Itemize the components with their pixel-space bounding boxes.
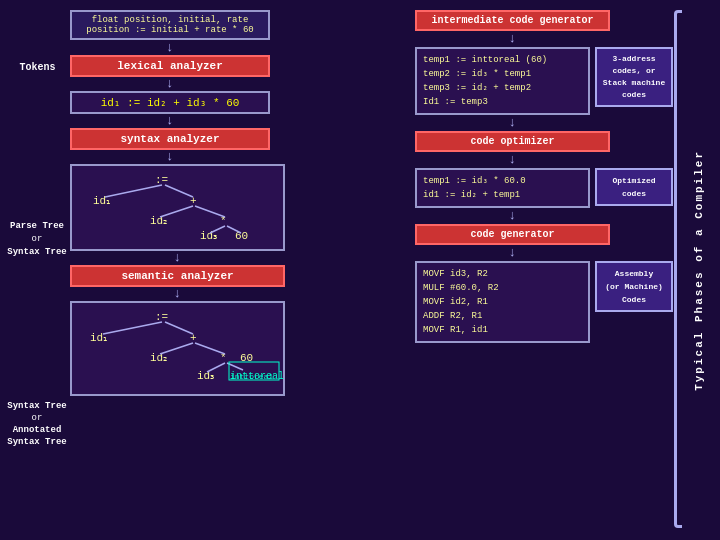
typical-phases-label: Typical Phases of a Compiler: [693, 150, 705, 391]
arrow6: ↓: [70, 289, 285, 299]
optimized-label-box: Optimized codes: [595, 168, 673, 206]
asm-label-l3: Codes: [601, 293, 667, 306]
opt-line1: temp1 := id₃ * 60.0: [423, 174, 582, 188]
arrow1: ↓: [70, 43, 270, 53]
opt-line2: id1 := id₂ + temp1: [423, 188, 582, 202]
arrow4: ↓: [70, 152, 270, 162]
asm-line5: MOVF R1, id1: [423, 323, 582, 337]
main-container: Tokens float position, initial, rate pos…: [0, 0, 720, 540]
annotated-tree-diagram: := id₁ + id₂ * id₃ inttoreal 60 inttorea…: [70, 301, 285, 396]
source-code-box: float position, initial, rate position :…: [70, 10, 270, 40]
annotated-syntax-tree-label: Syntax Tree or Annotated Syntax Tree: [7, 400, 67, 448]
ic-line2: temp2 := id₃ * temp1: [423, 67, 582, 81]
asm-line3: MOVF id2, R1: [423, 295, 582, 309]
arrow-r5: ↓: [415, 248, 610, 258]
lexical-analyzer-box: lexical analyzer: [70, 55, 270, 77]
asm-label-l1: Assembly: [601, 267, 667, 280]
svg-text:id₂: id₂: [150, 352, 167, 364]
assembly-label-box: Assembly (or Machine) Codes: [595, 261, 673, 312]
svg-text::=: :=: [155, 174, 168, 186]
svg-line-9: [160, 206, 193, 217]
arrow3: ↓: [70, 116, 270, 126]
svg-line-25: [195, 343, 225, 354]
tokens-label: Tokens: [10, 62, 65, 73]
out-3addr-l2: codes, or: [601, 65, 667, 77]
optimized-code-row: temp1 := id₃ * 60.0 id1 := id₂ + temp1 O…: [415, 168, 680, 208]
svg-line-26: [207, 363, 225, 372]
asm-line4: ADDF R2, R1: [423, 309, 582, 323]
optimized-code-box: temp1 := id₃ * 60.0 id1 := id₂ + temp1: [415, 168, 590, 208]
svg-text:id₃: id₃: [197, 370, 214, 382]
out-3addr-l4: codes: [601, 89, 667, 101]
right-panel: intermediate code generator ↓ temp1 := i…: [415, 10, 680, 346]
svg-line-7: [105, 185, 162, 197]
assembly-code-row: MOVF id3, R2 MULF #60.0, R2 MOVF id2, R1…: [415, 261, 680, 343]
asm-line1: MOVF id3, R2: [423, 267, 582, 281]
svg-text::=: :=: [155, 311, 168, 323]
assembly-code-box: MOVF id3, R2 MULF #60.0, R2 MOVF id2, R1…: [415, 261, 590, 343]
ic-line4: Id1 := temp3: [423, 95, 582, 109]
typical-phases-container: Typical Phases of a Compiler: [682, 0, 716, 540]
arrow-r3: ↓: [415, 155, 610, 165]
svg-line-22: [103, 322, 162, 334]
asm-line2: MULF #60.0, R2: [423, 281, 582, 295]
syntax-analyzer-box: syntax analyzer: [70, 128, 270, 150]
intermediate-code-generator-box: intermediate code generator: [415, 10, 610, 31]
out-3addr-l3: Stack machine: [601, 77, 667, 89]
id-expression-box: id₁ := id₂ + id₃ * 60: [70, 91, 270, 114]
svg-line-8: [165, 185, 193, 197]
asm-label-l2: (or Machine): [601, 280, 667, 293]
ic-line1: temp1 := inttoreal (60): [423, 53, 582, 67]
arrow-r1: ↓: [415, 34, 610, 44]
parse-tree-diagram: := id₁ + id₂ * id₃ 60: [70, 164, 285, 251]
code-generator-box: code generator: [415, 224, 610, 245]
annotated-tree-svg: := id₁ + id₂ * id₃ inttoreal 60 inttorea…: [75, 306, 285, 386]
svg-line-23: [165, 322, 193, 334]
intermediate-code-box: temp1 := inttoreal (60) temp2 := id₃ * t…: [415, 47, 590, 115]
optimized-label: Optimized codes: [601, 174, 667, 200]
ic-line3: temp3 := id₂ + temp2: [423, 81, 582, 95]
arrow-r4: ↓: [415, 211, 610, 221]
parse-tree-svg: := id₁ + id₂ * id₃ 60: [75, 169, 285, 241]
right-brace: [674, 10, 682, 528]
semantic-analyzer-box: semantic analyzer: [70, 265, 285, 287]
svg-line-24: [160, 343, 193, 354]
intermediate-code-row: temp1 := inttoreal (60) temp2 := id₃ * t…: [415, 47, 680, 115]
svg-line-10: [195, 206, 225, 217]
arrow2: ↓: [70, 79, 270, 89]
source-code-line1: float position, initial, rate: [78, 15, 262, 25]
arrow-r2: ↓: [415, 118, 610, 128]
svg-text:id₂: id₂: [150, 215, 167, 227]
arrow5: ↓: [70, 253, 285, 263]
source-code-line2: position := initial + rate * 60: [78, 25, 262, 35]
output-3addr-box: 3-address codes, or Stack machine codes: [595, 47, 673, 107]
code-optimizer-box: code optimizer: [415, 131, 610, 152]
out-3addr-l1: 3-address: [601, 53, 667, 65]
left-panel: Tokens float position, initial, rate pos…: [5, 10, 315, 398]
parse-tree-label: Parse Tree or Syntax Tree: [7, 220, 67, 259]
